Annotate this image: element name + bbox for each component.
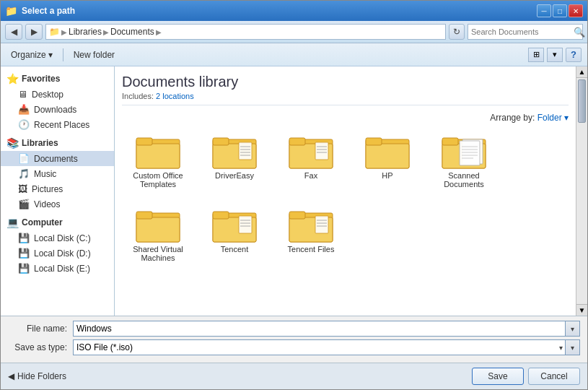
arrange-dropdown[interactable]: Folder ▾ <box>537 113 569 123</box>
arrange-label: Arrange by: <box>490 113 535 123</box>
disk-c-icon: 💾 <box>18 233 30 243</box>
sidebar-item-videos[interactable]: 🎬 Videos <box>1 196 114 212</box>
locations-link[interactable]: 2 locations <box>156 92 194 100</box>
toolbar: Organize ▾ New folder ⊞ ▾ ? <box>1 43 587 66</box>
save-button[interactable]: Save <box>472 368 524 385</box>
folder-hp[interactable]: HP <box>351 127 424 194</box>
desktop-icon: 🖥 <box>18 89 27 100</box>
chevron-left-icon: ◀ <box>8 371 14 381</box>
folder-icon-drivereasy <box>211 132 258 170</box>
sidebar-item-local-d[interactable]: 💾 Local Disk (D:) <box>1 246 114 261</box>
help-button[interactable]: ? <box>566 48 582 62</box>
hide-folders-toggle[interactable]: ◀ Hide Folders <box>8 371 66 381</box>
arrange-chevron-icon: ▾ <box>564 113 569 123</box>
sidebar-item-desktop[interactable]: 🖥 Desktop <box>1 87 114 102</box>
scrollbar[interactable]: ▲ ▼ <box>576 66 587 316</box>
libraries-label: Libraries <box>22 138 58 148</box>
footer: ◀ Hide Folders Save Cancel <box>1 363 587 389</box>
close-button[interactable]: ✕ <box>569 4 583 17</box>
file-area: Documents library Includes: 2 locations … <box>115 66 576 316</box>
filename-input[interactable] <box>73 321 566 337</box>
computer-icon: 💻 <box>6 217 19 228</box>
path-libraries[interactable]: Libraries <box>69 27 102 37</box>
svg-rect-44 <box>315 216 328 233</box>
svg-rect-2 <box>136 138 152 145</box>
search-input[interactable] <box>471 27 571 36</box>
sidebar-item-local-c-label: Local Disk (C:) <box>34 233 91 243</box>
folder-label-tencent: Tencent <box>221 245 249 254</box>
computer-label: Computer <box>22 217 63 228</box>
libraries-section: 📚 Libraries 📄 Documents 🎵 Music 🖼 Pictur… <box>1 135 114 212</box>
scrollbar-up[interactable]: ▲ <box>576 66 587 78</box>
footer-buttons: Save Cancel <box>472 368 580 385</box>
folder-tencent-files[interactable]: Tencent Files <box>275 201 347 267</box>
folder-shared-vms[interactable]: Shared Virtual Machines <box>122 201 194 267</box>
sidebar-item-pictures[interactable]: 🖼 Pictures <box>1 181 114 196</box>
library-includes: Includes: 2 locations <box>122 92 569 100</box>
downloads-icon: 📥 <box>18 104 30 115</box>
folder-label-scanned-docs: Scanned Documents <box>431 171 496 188</box>
folder-drivereasy[interactable]: DriverEasy <box>198 127 271 194</box>
refresh-button[interactable]: ↻ <box>449 24 465 40</box>
sidebar-item-local-c[interactable]: 💾 Local Disk (C:) <box>1 230 114 246</box>
sidebar-item-documents[interactable]: 📄 Documents <box>1 151 114 166</box>
libraries-header[interactable]: 📚 Libraries <box>1 135 114 151</box>
cancel-button[interactable]: Cancel <box>528 368 580 385</box>
library-header: Documents library Includes: 2 locations <box>122 74 569 105</box>
folder-icon-custom-office <box>135 132 181 170</box>
favorites-label: Favorites <box>22 74 60 84</box>
view-button[interactable]: ⊞ <box>528 48 544 62</box>
dialog-title: Select a path <box>22 6 532 16</box>
sidebar-item-desktop-label: Desktop <box>32 90 63 100</box>
sidebar-item-music[interactable]: 🎵 Music <box>1 166 114 181</box>
toolbar-right: ⊞ ▾ ? <box>528 48 582 62</box>
hide-folders-label: Hide Folders <box>17 371 66 381</box>
new-folder-button[interactable]: New folder <box>69 48 119 62</box>
computer-section: 💻 Computer 💾 Local Disk (C:) 💾 Local Dis… <box>1 214 114 276</box>
scrollbar-down[interactable]: ▼ <box>576 304 587 316</box>
folder-tencent[interactable]: Tencent <box>198 201 271 267</box>
path-documents[interactable]: Documents <box>110 27 154 37</box>
computer-header[interactable]: 💻 Computer <box>1 214 114 230</box>
forward-button[interactable]: ▶ <box>25 24 43 40</box>
folder-label-drivereasy: DriverEasy <box>215 171 254 180</box>
folder-label-hp: HP <box>382 171 392 180</box>
folder-label-fax: Fax <box>304 171 317 180</box>
svg-rect-36 <box>213 212 229 219</box>
address-path[interactable]: 📁 ▶ Libraries ▶ Documents ▶ <box>45 24 446 40</box>
folder-scanned-docs[interactable]: Scanned Documents <box>428 127 500 194</box>
savetype-dropdown-arrow[interactable]: ▾ <box>566 339 580 355</box>
folder-label-shared-vms: Shared Virtual Machines <box>126 245 190 262</box>
sidebar-item-local-e-label: Local Disk (E:) <box>34 264 90 274</box>
scrollbar-thumb[interactable] <box>578 79 586 123</box>
svg-rect-13 <box>289 138 305 145</box>
folder-icon-fax <box>288 132 334 170</box>
libraries-icon: 📚 <box>6 137 19 149</box>
maximize-button[interactable]: □ <box>553 4 567 17</box>
back-button[interactable]: ◀ <box>5 24 22 40</box>
folder-icon-tencent <box>211 206 258 243</box>
title-bar-buttons: ─ □ ✕ <box>537 4 583 17</box>
svg-rect-43 <box>289 212 305 219</box>
sidebar-item-local-d-label: Local Disk (D:) <box>34 248 91 259</box>
folder-icon-hp <box>364 132 411 170</box>
folder-fax[interactable]: Fax <box>275 127 347 194</box>
sidebar-item-downloads[interactable]: 📥 Downloads <box>1 102 114 117</box>
savetype-label: Save as type: <box>8 342 73 352</box>
savetype-select[interactable]: ISO File (*.iso) All Files (*.*) <box>73 339 566 355</box>
view-dropdown-button[interactable]: ▾ <box>547 48 563 62</box>
sidebar-item-recent-places[interactable]: 🕐 Recent Places <box>1 117 114 132</box>
organize-chevron-icon: ▾ <box>48 50 53 60</box>
favorites-header[interactable]: ⭐ Favorites <box>1 71 114 87</box>
filename-dropdown-arrow[interactable]: ▾ <box>566 321 580 337</box>
pictures-icon: 🖼 <box>18 183 27 194</box>
organize-button[interactable]: Organize ▾ <box>6 48 57 62</box>
minimize-button[interactable]: ─ <box>537 4 551 17</box>
search-icon[interactable]: 🔍 <box>574 27 585 38</box>
svg-rect-33 <box>136 212 152 219</box>
sidebar-item-local-e[interactable]: 💾 Local Disk (E:) <box>1 261 114 276</box>
disk-d-icon: 💾 <box>18 248 30 259</box>
svg-rect-6 <box>239 142 252 160</box>
folder-custom-office[interactable]: Custom Office Templates <box>122 127 194 194</box>
toolbar-separator <box>63 48 63 61</box>
